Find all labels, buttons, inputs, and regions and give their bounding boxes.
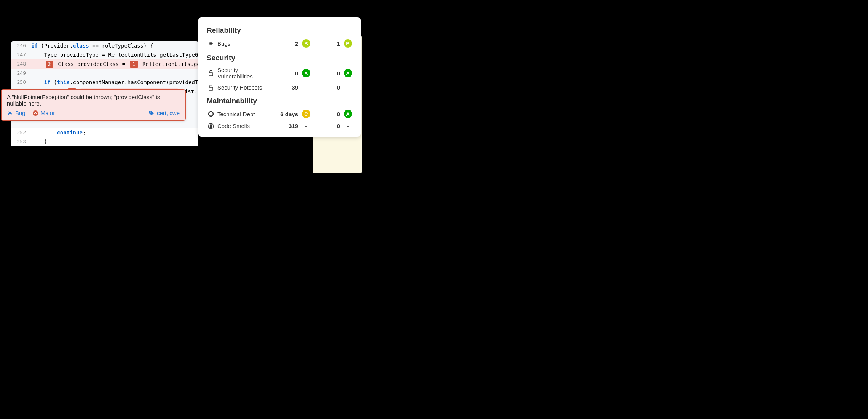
code-text: continue; bbox=[31, 128, 86, 137]
no-rating: - bbox=[302, 84, 310, 91]
issue-severity-label: Major bbox=[41, 110, 55, 116]
issue-tags[interactable]: cert, cwe bbox=[148, 110, 180, 116]
svg-rect-5 bbox=[209, 87, 213, 90]
no-rating: - bbox=[344, 84, 352, 91]
section-maintainability: Maintainability bbox=[198, 93, 361, 107]
line-number: 246 bbox=[11, 41, 31, 50]
code-text: } bbox=[31, 137, 47, 146]
bug-icon bbox=[207, 40, 215, 46]
code-line: 252 continue; bbox=[11, 128, 198, 137]
code-line-highlighted: 248 2 Class providedClass = 1 Reflection… bbox=[11, 59, 198, 69]
metric-bugs[interactable]: Bugs 2 B 1 B bbox=[198, 37, 361, 50]
newcode-value: 0 bbox=[325, 84, 340, 91]
rating-badge: B bbox=[344, 39, 352, 48]
metric-value: 6 days bbox=[274, 111, 298, 117]
rating-badge: B bbox=[302, 39, 310, 48]
rating-badge: A bbox=[344, 110, 352, 118]
no-rating: - bbox=[344, 123, 352, 129]
issue-severity-tag[interactable]: Major bbox=[32, 110, 55, 116]
issue-type-tag[interactable]: Bug bbox=[7, 110, 26, 116]
metric-value: 39 bbox=[274, 84, 298, 91]
code-text: if (Provider.class == roleTypeClass) { bbox=[31, 41, 153, 50]
metric-label: Security Hotspots bbox=[215, 84, 274, 91]
metric-hotspots[interactable]: Security Hotspots 39 - 0 - bbox=[198, 82, 361, 93]
no-rating: - bbox=[302, 123, 310, 129]
metrics-panel: New code Since last release Reliability … bbox=[198, 17, 361, 137]
issue-meta-row: Bug Major cert, cwe bbox=[7, 110, 180, 116]
bug-icon bbox=[7, 110, 13, 116]
code-line: 249 bbox=[11, 69, 198, 78]
svg-rect-4 bbox=[209, 73, 213, 76]
metric-label: Technical Debt bbox=[215, 111, 274, 117]
svg-point-2 bbox=[150, 111, 151, 112]
issue-tooltip: A "NullPointerException" could be thrown… bbox=[1, 89, 186, 121]
issue-type-label: Bug bbox=[15, 110, 26, 116]
metrics-body: Reliability Bugs 2 B 1 B Security Securi… bbox=[198, 17, 361, 137]
severity-major-icon bbox=[32, 110, 38, 116]
unlock-icon bbox=[207, 70, 215, 76]
section-security: Security bbox=[198, 50, 361, 64]
metric-vulnerabilities[interactable]: Security Vulnerabilities 0 A 0 A bbox=[198, 64, 361, 82]
line-number: 253 bbox=[11, 137, 31, 146]
line-number: 252 bbox=[11, 128, 31, 137]
code-line: 250 if (this.componentManager.hasCompone… bbox=[11, 78, 198, 87]
line-number: 249 bbox=[11, 69, 31, 78]
svg-point-1 bbox=[33, 110, 38, 116]
rating-badge: C bbox=[302, 110, 310, 118]
issue-marker[interactable]: 1 bbox=[130, 61, 138, 68]
issue-marker[interactable]: 2 bbox=[46, 61, 53, 68]
metric-value: 2 bbox=[274, 40, 298, 47]
newcode-value: 0 bbox=[325, 70, 340, 77]
metric-technical-debt[interactable]: Technical Debt 6 days C 0 A bbox=[198, 107, 361, 120]
metric-label: Bugs bbox=[215, 40, 274, 47]
metric-value: 319 bbox=[274, 123, 298, 129]
section-reliability: Reliability bbox=[198, 22, 361, 37]
metric-value: 0 bbox=[274, 70, 298, 77]
unlock-icon bbox=[207, 85, 215, 91]
line-number: 250 bbox=[11, 78, 31, 87]
svg-point-6 bbox=[209, 112, 213, 116]
code-line: 253 } bbox=[11, 137, 198, 146]
code-line: 246 if (Provider.class == roleTypeClass)… bbox=[11, 41, 198, 50]
newcode-value: 1 bbox=[325, 40, 340, 47]
rating-badge: A bbox=[302, 69, 310, 77]
metric-code-smells[interactable]: Code Smells 319 - 0 - bbox=[198, 120, 361, 131]
newcode-value: 0 bbox=[325, 111, 340, 117]
newcode-value: 0 bbox=[325, 123, 340, 129]
tag-icon bbox=[148, 110, 155, 116]
smell-icon bbox=[207, 123, 215, 129]
issue-tags-label: cert, cwe bbox=[157, 110, 180, 116]
metric-label: Security Vulnerabilities bbox=[215, 67, 274, 80]
debt-icon bbox=[207, 111, 215, 117]
line-number: 248 bbox=[11, 59, 31, 69]
line-number: 247 bbox=[11, 50, 31, 59]
rating-badge: A bbox=[344, 69, 352, 77]
metric-label: Code Smells bbox=[215, 123, 274, 129]
code-line: 247 Type providedType = ReflectionUtils.… bbox=[11, 50, 198, 59]
issue-message: A "NullPointerException" could be thrown… bbox=[7, 94, 180, 107]
